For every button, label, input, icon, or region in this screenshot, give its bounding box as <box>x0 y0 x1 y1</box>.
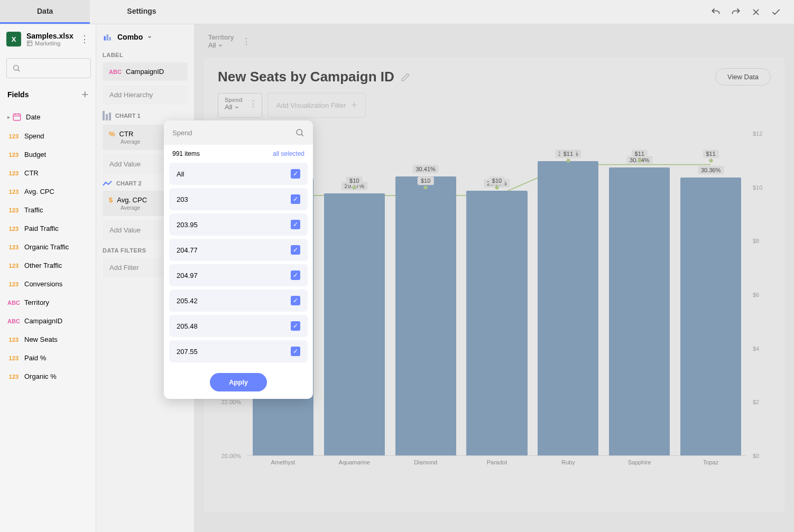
y-axis-right-tick: $8 <box>753 238 759 244</box>
x-axis-label: Diamond <box>414 459 437 465</box>
spend-filter-menu-icon[interactable]: ⋮ <box>249 99 257 109</box>
spend-filter[interactable]: Spend All ⋮ <box>218 93 262 118</box>
sheet-name: Marketing <box>26 40 73 46</box>
add-hierarchy-button[interactable]: Add Hierarchy <box>103 85 188 105</box>
line-value-label: $10 <box>418 176 433 185</box>
svg-rect-5 <box>109 37 111 41</box>
close-icon[interactable] <box>751 7 761 17</box>
bar[interactable] <box>609 167 670 455</box>
label-chip-campaignid[interactable]: ABCCampaignID <box>103 62 188 81</box>
svg-point-1 <box>14 66 19 70</box>
field-item-campaignid[interactable]: ABCCampaignID <box>0 312 96 330</box>
filter-option[interactable]: 204.77✓ <box>169 239 308 261</box>
svg-rect-2 <box>13 114 21 120</box>
checkbox-icon: ✓ <box>291 245 300 255</box>
field-item-budget[interactable]: 123Budget <box>0 145 96 164</box>
dollar-icon: $ <box>109 196 113 204</box>
line-value-label: $11 <box>703 150 718 158</box>
tab-settings[interactable]: Settings <box>90 0 193 24</box>
bar[interactable] <box>395 176 456 455</box>
y-axis-left-tick: 20.00% <box>221 453 241 459</box>
line-point[interactable] <box>424 185 428 189</box>
fields-sidebar: X Samples.xlsx Marketing ⋮ Fields + ▸Dat… <box>0 24 96 532</box>
bar-value-label: 30.36% <box>698 166 724 174</box>
filter-option[interactable]: 205.42✓ <box>169 290 308 312</box>
tab-data[interactable]: Data <box>0 0 90 24</box>
territory-filter-label: Territory <box>208 34 234 41</box>
x-axis-label: Aquamarine <box>339 459 370 465</box>
line-point[interactable] <box>709 158 713 162</box>
undo-icon[interactable] <box>710 7 721 17</box>
x-axis-label: Ruby <box>561 459 575 465</box>
add-visualization-filter[interactable]: Add Visualization Filter + <box>267 93 366 118</box>
top-bar: Data Settings <box>0 0 794 24</box>
y-axis-right-tick: $4 <box>753 346 759 352</box>
filter-option[interactable]: All✓ <box>169 163 308 185</box>
checkbox-icon: ✓ <box>291 194 300 204</box>
redo-icon[interactable] <box>731 7 741 17</box>
all-selected-link[interactable]: all selected <box>273 150 304 157</box>
fields-heading: Fields <box>7 90 29 99</box>
filter-option[interactable]: 204.97✓ <box>169 264 308 286</box>
viz-type-selector[interactable]: Combo <box>103 32 188 42</box>
field-item-ctr[interactable]: 123CTR <box>0 164 96 182</box>
checkbox-icon: ✓ <box>291 296 300 305</box>
field-item-date[interactable]: ▸Date <box>0 107 96 127</box>
checkbox-icon: ✓ <box>291 270 300 280</box>
field-item-new-seats[interactable]: 123New Seats <box>0 330 96 349</box>
line-value-label: $11 <box>560 150 576 158</box>
svg-point-6 <box>297 129 302 135</box>
bar[interactable] <box>324 193 385 455</box>
y-axis-left-tick: 22.00% <box>221 399 241 405</box>
apply-button[interactable]: Apply <box>210 373 267 391</box>
line-point[interactable] <box>495 185 499 189</box>
filter-option[interactable]: 207.55✓ <box>169 340 308 362</box>
field-item-organic-traffic[interactable]: 123Organic Traffic <box>0 238 96 256</box>
line-point[interactable] <box>566 158 570 162</box>
bar[interactable] <box>680 178 741 455</box>
field-item-organic-[interactable]: 123Organic % <box>0 367 96 386</box>
x-axis-label: Sapphire <box>628 459 651 465</box>
label-section-header: LABEL <box>103 52 188 58</box>
view-data-button[interactable]: View Data <box>715 68 771 86</box>
y-axis-right-tick: $2 <box>753 399 759 405</box>
edit-title-icon[interactable] <box>401 72 410 82</box>
search-icon[interactable] <box>295 128 304 137</box>
field-item-traffic[interactable]: 123Traffic <box>0 201 96 219</box>
excel-icon: X <box>6 32 21 46</box>
combo-chart-icon <box>103 32 113 42</box>
field-item-paid-traffic[interactable]: 123Paid Traffic <box>0 219 96 238</box>
y-axis-right-tick: $10 <box>753 184 762 191</box>
field-item-territory[interactable]: ABCTerritory <box>0 293 96 312</box>
bar[interactable] <box>466 191 527 455</box>
territory-filter-value[interactable]: All <box>208 41 234 49</box>
bar[interactable] <box>538 161 598 455</box>
calendar-icon <box>12 112 22 122</box>
field-item-spend[interactable]: 123Spend <box>0 127 96 145</box>
x-axis-label: Topaz <box>703 459 718 465</box>
svg-rect-4 <box>107 34 108 41</box>
filter-option[interactable]: 203.95✓ <box>169 213 308 236</box>
search-input[interactable] <box>6 58 91 78</box>
field-item-paid-[interactable]: 123Paid % <box>0 349 96 367</box>
checkbox-icon: ✓ <box>291 347 300 356</box>
y-axis-right-tick: $0 <box>753 453 759 459</box>
line-point[interactable] <box>638 158 641 162</box>
x-axis-label: Amethyst <box>271 459 295 465</box>
filter-option[interactable]: 203✓ <box>169 188 308 210</box>
bar-value-label: 30.41% <box>412 165 438 173</box>
popover-title: Spend <box>172 129 192 137</box>
confirm-icon[interactable] <box>771 7 781 17</box>
field-item-conversions[interactable]: 123Conversions <box>0 275 96 293</box>
checkbox-icon: ✓ <box>291 220 300 229</box>
field-item-avg-cpc[interactable]: 123Avg. CPC <box>0 182 96 201</box>
checkbox-icon: ✓ <box>291 169 300 179</box>
chevron-down-icon <box>218 43 223 48</box>
filter-option[interactable]: 205.48✓ <box>169 315 308 337</box>
percent-icon: % <box>109 130 115 138</box>
file-menu-icon[interactable]: ⋮ <box>80 33 89 45</box>
field-item-other-traffic[interactable]: 123Other Traffic <box>0 256 96 275</box>
add-field-icon[interactable]: + <box>81 88 88 101</box>
line-point[interactable] <box>353 185 356 189</box>
territory-menu-icon[interactable]: ⋮ <box>242 36 251 46</box>
